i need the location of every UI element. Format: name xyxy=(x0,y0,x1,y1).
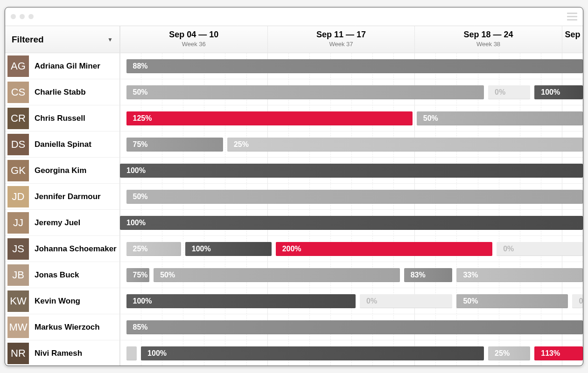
person-name: Kevin Wong xyxy=(35,297,80,306)
person-name: Johanna Schoemaker xyxy=(35,244,117,254)
allocation-bar[interactable]: 113% xyxy=(534,346,583,360)
person-row[interactable]: CRChris Russell xyxy=(5,105,119,131)
week-range: Sep 18 — 24 xyxy=(415,30,562,40)
allocation-bar[interactable]: 200% xyxy=(276,242,492,256)
avatar[interactable]: AG xyxy=(7,55,29,77)
allocation-bar[interactable]: 100% xyxy=(534,85,583,99)
allocation-bar[interactable]: 75% xyxy=(126,268,150,282)
allocation-bar[interactable]: 100% xyxy=(185,242,272,256)
week-header[interactable]: Sep 18 — 24Week 38 xyxy=(414,26,562,53)
person-row[interactable]: DSDaniella Spinat xyxy=(5,131,119,158)
avatar[interactable]: GK xyxy=(7,160,29,181)
person-row[interactable]: KWKevin Wong xyxy=(5,288,119,314)
allocation-bar[interactable]: 50% xyxy=(126,85,484,99)
allocation-bar[interactable]: 0% xyxy=(497,242,583,256)
chevron-down-icon: ▼ xyxy=(107,36,113,43)
allocation-bar[interactable]: 33% xyxy=(456,268,583,282)
timeline-row[interactable]: 85% xyxy=(120,314,583,340)
week-number: Week 36 xyxy=(120,41,267,48)
person-row[interactable]: CSCharlie Stabb xyxy=(5,79,119,105)
allocation-bar[interactable]: 25% xyxy=(126,242,181,256)
person-row[interactable]: JDJennifer Darmour xyxy=(5,184,119,210)
avatar[interactable]: DS xyxy=(7,134,29,155)
allocation-bar[interactable]: 100% xyxy=(120,216,583,230)
person-name: Jennifer Darmour xyxy=(35,192,101,201)
timeline-row[interactable]: 100% xyxy=(120,158,583,184)
week-header[interactable]: Sep 11 — 17Week 37 xyxy=(267,26,415,53)
person-name: Jonas Buck xyxy=(35,270,79,280)
week-number: Week 38 xyxy=(415,41,562,48)
person-row[interactable]: MWMarkus Wierzoch xyxy=(5,314,119,340)
timeline-body[interactable]: 88%50%0%100%125%50%75%25%100%50%100%25%1… xyxy=(120,53,583,366)
avatar[interactable]: JJ xyxy=(7,212,29,234)
week-header[interactable]: Sep xyxy=(562,26,583,53)
people-column: AGAdriana Gil MinerCSCharlie StabbCRChri… xyxy=(5,53,120,366)
window-titlebar xyxy=(5,7,583,26)
allocation-bar[interactable]: 25% xyxy=(488,346,530,360)
allocation-grid: Filtered ▼ Sep 04 — 10Week 36Sep 11 — 17… xyxy=(5,26,583,366)
week-range: Sep 11 — 17 xyxy=(268,30,415,40)
week-range: Sep xyxy=(562,30,583,40)
person-row[interactable]: GKGeorgina Kim xyxy=(5,158,119,184)
timeline-row[interactable]: 75%50%83%33% xyxy=(120,262,583,288)
allocation-bar[interactable]: 83% xyxy=(404,268,453,282)
avatar[interactable]: CR xyxy=(7,108,29,129)
avatar[interactable]: CS xyxy=(7,82,29,103)
timeline-row[interactable]: 125%50% xyxy=(120,105,583,131)
avatar[interactable]: JS xyxy=(7,238,29,260)
filter-dropdown[interactable]: Filtered ▼ xyxy=(5,26,120,53)
week-number: Week 37 xyxy=(268,41,415,48)
allocation-bar[interactable]: 75% xyxy=(126,138,223,152)
timeline-row[interactable]: 75%25% xyxy=(120,131,583,158)
app-window: Filtered ▼ Sep 04 — 10Week 36Sep 11 — 17… xyxy=(5,7,583,366)
allocation-bar[interactable]: 50% xyxy=(417,111,583,125)
person-row[interactable]: JJJeremy Juel xyxy=(5,210,119,236)
menu-icon[interactable] xyxy=(567,13,577,21)
week-range: Sep 04 — 10 xyxy=(120,30,267,40)
window-close-dot[interactable] xyxy=(11,14,16,19)
person-row[interactable]: JBJonas Buck xyxy=(5,262,119,288)
person-row[interactable]: JSJohanna Schoemaker xyxy=(5,236,119,262)
person-name: Markus Wierzoch xyxy=(35,323,100,332)
timeline-row[interactable]: 100% xyxy=(120,210,583,236)
allocation-bar[interactable]: 0% xyxy=(488,85,530,99)
timeline-row[interactable]: 50%0%100% xyxy=(120,79,583,105)
person-name: Daniella Spinat xyxy=(35,140,91,149)
timeline-row[interactable]: 100%0%50%0% xyxy=(120,288,583,314)
allocation-bar[interactable]: 88% xyxy=(126,59,583,73)
allocation-bar[interactable] xyxy=(126,346,137,360)
timeline-row[interactable]: 50% xyxy=(120,184,583,210)
person-row[interactable]: NRNivi Ramesh xyxy=(5,340,119,366)
weeks-header: Sep 04 — 10Week 36Sep 11 — 17Week 37Sep … xyxy=(120,26,583,53)
person-name: Jeremy Juel xyxy=(35,218,80,228)
avatar[interactable]: KW xyxy=(7,290,29,312)
allocation-bar[interactable]: 50% xyxy=(126,190,583,204)
avatar[interactable]: JB xyxy=(7,264,29,286)
person-name: Chris Russell xyxy=(35,114,85,123)
person-name: Adriana Gil Miner xyxy=(35,62,100,71)
allocation-bar[interactable]: 125% xyxy=(126,111,413,125)
timeline-row[interactable]: 88% xyxy=(120,53,583,79)
avatar[interactable]: MW xyxy=(7,317,29,338)
window-max-dot[interactable] xyxy=(28,14,34,19)
allocation-bar[interactable]: 85% xyxy=(126,320,583,334)
person-name: Georgina Kim xyxy=(35,166,86,175)
avatar[interactable]: JD xyxy=(7,186,29,207)
allocation-bar[interactable]: 0% xyxy=(572,294,583,308)
avatar[interactable]: NR xyxy=(7,343,29,364)
allocation-bar[interactable]: 25% xyxy=(227,138,583,152)
allocation-bar[interactable]: 50% xyxy=(456,294,568,308)
person-row[interactable]: AGAdriana Gil Miner xyxy=(5,53,119,79)
timeline-row[interactable]: 25%100%200%0% xyxy=(120,236,583,262)
allocation-bar[interactable]: 100% xyxy=(120,164,583,178)
person-name: Nivi Ramesh xyxy=(35,349,82,358)
allocation-bar[interactable]: 0% xyxy=(360,294,452,308)
allocation-bar[interactable]: 100% xyxy=(126,294,356,308)
allocation-bar[interactable]: 100% xyxy=(141,346,484,360)
window-controls xyxy=(11,14,34,19)
week-header[interactable]: Sep 04 — 10Week 36 xyxy=(120,26,267,53)
window-min-dot[interactable] xyxy=(20,14,25,19)
person-name: Charlie Stabb xyxy=(35,88,86,97)
allocation-bar[interactable]: 50% xyxy=(154,268,400,282)
timeline-row[interactable]: 100%25%113% xyxy=(120,340,583,366)
